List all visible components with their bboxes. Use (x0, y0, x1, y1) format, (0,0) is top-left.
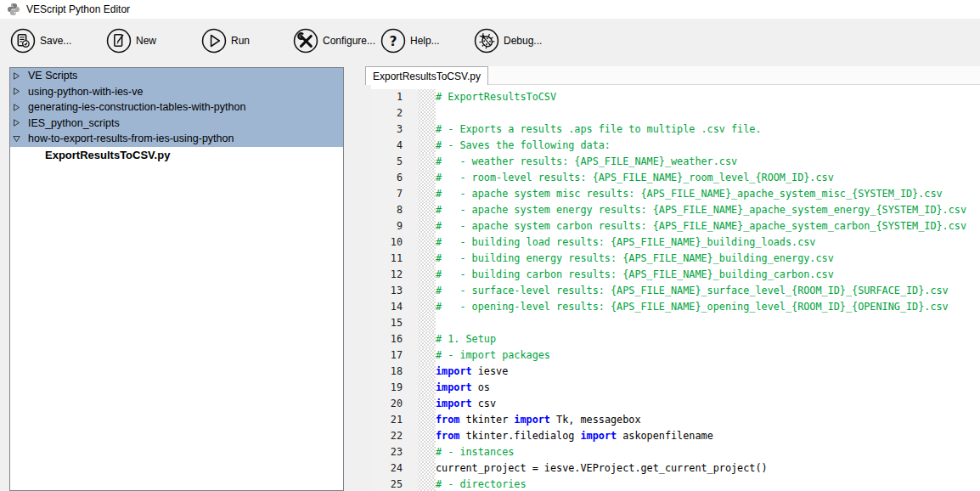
save-icon (10, 28, 36, 54)
code-text[interactable]: # - room-level results: {APS_FILE_NAME}_… (436, 170, 980, 186)
debug-icon (474, 28, 499, 54)
line-number: 18 (371, 364, 418, 380)
line-number: 20 (371, 396, 418, 412)
code-line[interactable]: 13# - surface-level results: {APS_FILE_N… (371, 283, 980, 299)
line-number: 9 (371, 218, 418, 234)
fold-margin (418, 380, 436, 396)
code-text[interactable]: # - apache system carbon results: {APS_F… (436, 218, 980, 234)
code-line[interactable]: 14# - opening-level results: {APS_FILE_N… (371, 299, 980, 315)
code-line[interactable]: 5# - weather results: {APS_FILE_NAME}_we… (371, 154, 980, 170)
python-app-icon (7, 3, 20, 16)
code-line[interactable]: 2 (371, 105, 980, 121)
code-text[interactable]: # - building carbon results: {APS_FILE_N… (436, 267, 980, 283)
code-line[interactable]: 10# - building load results: {APS_FILE_N… (371, 234, 980, 251)
new-button[interactable]: New (106, 27, 156, 54)
script-tree[interactable]: VE Scriptsusing-python-with-ies-vegenera… (9, 67, 344, 491)
tab-strip: ExportResultsToCSV.py (365, 66, 980, 85)
run-button[interactable]: Run (201, 27, 250, 54)
code-line[interactable]: 25# - directories (371, 477, 980, 491)
code-text[interactable]: # - surface-level results: {APS_FILE_NAM… (436, 283, 980, 299)
code-line[interactable]: 21from tkinter import Tk, messagebox (371, 412, 980, 428)
code-text[interactable]: current_project = iesve.VEProject.get_cu… (436, 460, 980, 477)
code-text[interactable]: # - Exports a results .aps file to multi… (436, 121, 980, 138)
code-text[interactable]: import os (436, 380, 980, 396)
code-text[interactable] (436, 315, 980, 331)
line-number: 4 (371, 138, 418, 154)
fold-margin (418, 347, 436, 364)
code-line[interactable]: 20import csv (371, 396, 980, 412)
code-line[interactable]: 17# - import packages (371, 347, 980, 364)
line-number: 14 (371, 299, 418, 315)
code-text[interactable]: # - weather results: {APS_FILE_NAME}_wea… (436, 154, 980, 170)
code-text[interactable]: # - instances (436, 444, 980, 460)
collapsed-arrow-icon[interactable] (13, 87, 20, 95)
code-line[interactable]: 3# - Exports a results .aps file to mult… (371, 121, 980, 138)
fold-margin (418, 234, 436, 251)
code-line[interactable]: 1# ExportResultsToCSV (371, 89, 980, 105)
code-line[interactable]: 24current_project = iesve.VEProject.get_… (371, 460, 980, 477)
tree-item-generating-ies-construction-tables-with-python[interactable]: generating-ies-construction-tables-with-… (10, 99, 343, 116)
line-number: 17 (371, 347, 418, 364)
line-number: 22 (371, 428, 418, 444)
code-text[interactable]: # - directories (436, 477, 980, 491)
window-title: VEScript Python Editor (26, 3, 130, 15)
code-line[interactable]: 11# - building energy results: {APS_FILE… (371, 251, 980, 267)
code-line[interactable]: 7# - apache system misc results: {APS_FI… (371, 186, 980, 202)
tree-item-ve-scripts[interactable]: VE Scripts (10, 68, 343, 84)
tree-item-ies-python-scripts[interactable]: IES_python_scripts (10, 116, 343, 132)
code-text[interactable]: import csv (436, 396, 980, 412)
line-number: 10 (371, 234, 418, 251)
tree-item-label: how-to-export-results-from-ies-using-pyt… (28, 133, 234, 144)
code-line[interactable]: 22from tkinter.filedialog import askopen… (371, 428, 980, 444)
debug-button[interactable]: Debug... (474, 27, 542, 54)
fold-margin (418, 251, 436, 267)
code-text[interactable]: from tkinter.filedialog import askopenfi… (436, 428, 980, 444)
code-text[interactable]: # - apache system energy results: {APS_F… (436, 202, 980, 218)
code-line[interactable]: 4# - Saves the following data: (371, 138, 980, 154)
code-text[interactable]: # - apache system misc results: {APS_FIL… (436, 186, 980, 202)
line-number: 24 (371, 460, 418, 477)
help-button-label: Help... (410, 35, 440, 47)
code-text[interactable]: # - building load results: {APS_FILE_NAM… (436, 234, 980, 251)
code-text[interactable]: # - opening-level results: {APS_FILE_NAM… (436, 299, 980, 315)
collapsed-arrow-icon[interactable] (13, 72, 20, 80)
tree-item-exportresultstocsv-py[interactable]: ExportResultsToCSV.py (10, 147, 343, 164)
tree-item-using-python-with-ies-ve[interactable]: using-python-with-ies-ve (10, 84, 343, 100)
code-text[interactable]: import iesve (436, 364, 980, 380)
fold-margin (418, 218, 436, 234)
code-line[interactable]: 23# - instances (371, 444, 980, 460)
expanded-arrow-icon[interactable] (13, 135, 20, 143)
code-line[interactable]: 9# - apache system carbon results: {APS_… (371, 218, 980, 234)
tree-item-how-to-export-results-from-ies-using-python[interactable]: how-to-export-results-from-ies-using-pyt… (10, 131, 343, 147)
fold-margin (418, 138, 436, 154)
line-number: 15 (371, 315, 418, 331)
tab-exportresultstocsv[interactable]: ExportResultsToCSV.py (365, 66, 488, 85)
collapsed-arrow-icon[interactable] (13, 104, 20, 111)
fold-margin (418, 170, 436, 186)
code-line[interactable]: 15 (371, 315, 980, 331)
code-text[interactable]: from tkinter import Tk, messagebox (436, 412, 980, 428)
code-line[interactable]: 8# - apache system energy results: {APS_… (371, 202, 980, 218)
code-text[interactable] (436, 105, 980, 121)
configure-icon (293, 28, 318, 54)
code-line[interactable]: 6# - room-level results: {APS_FILE_NAME}… (371, 170, 980, 186)
code-text[interactable]: # - Saves the following data: (436, 138, 980, 154)
code-text[interactable]: # - building energy results: {APS_FILE_N… (436, 251, 980, 267)
code-line[interactable]: 18import iesve (371, 364, 980, 380)
help-button[interactable]: ?Help... (380, 27, 440, 54)
line-number: 16 (371, 331, 418, 347)
save-button[interactable]: Save... (10, 27, 71, 54)
code-text[interactable]: # 1. Setup (436, 331, 980, 347)
collapsed-arrow-icon[interactable] (13, 119, 20, 127)
code-line[interactable]: 12# - building carbon results: {APS_FILE… (371, 267, 980, 283)
new-icon (106, 28, 132, 54)
code-text[interactable]: # - import packages (436, 347, 980, 364)
fold-margin (418, 315, 436, 331)
code-line[interactable]: 19import os (371, 380, 980, 396)
line-number: 19 (371, 380, 418, 396)
fold-margin (418, 477, 436, 491)
code-text[interactable]: # ExportResultsToCSV (436, 89, 980, 105)
code-editor[interactable]: 1# ExportResultsToCSV23# - Exports a res… (371, 85, 980, 491)
configure-button[interactable]: Configure... (293, 27, 375, 54)
code-line[interactable]: 16# 1. Setup (371, 331, 980, 347)
